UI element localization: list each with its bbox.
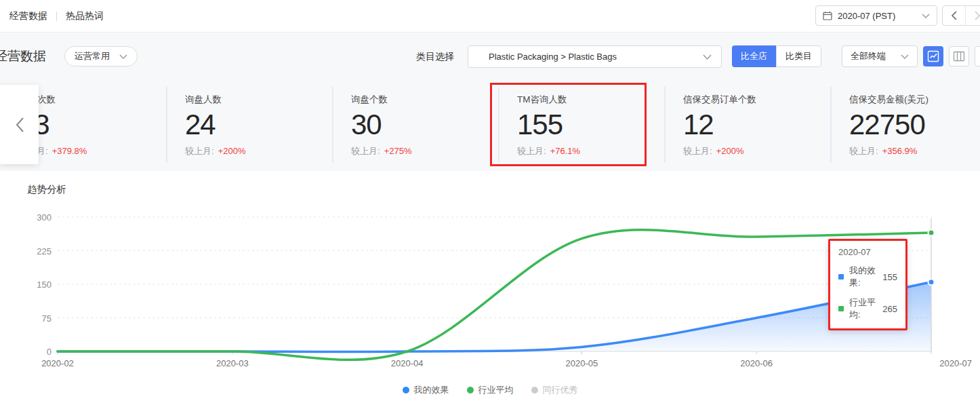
preset-dropdown-value: 运营常用 — [75, 50, 110, 62]
tooltip-row-mine: 我的效果: 155 — [838, 265, 897, 289]
svg-text:150: 150 — [37, 280, 52, 290]
svg-text:0: 0 — [47, 347, 52, 357]
chart-tooltip: 2020-07 我的效果: 155 行业平均: 265 — [828, 239, 907, 330]
legend-item-industry[interactable]: 行业平均 — [467, 384, 514, 396]
metric-value: 24 — [185, 110, 332, 140]
compare-segmented-control: 比全店 比类目 — [732, 45, 821, 67]
metric-change: 较上月:+200% — [185, 145, 332, 157]
chevron-down-icon — [119, 54, 127, 59]
filters-toolbar: 经营数据 运营常用 类目选择 Plastic Packaging > Plast… — [0, 33, 980, 80]
metric-card-trade-amount[interactable]: 信保交易金额(美元) 22750 较上月:+356.9% — [830, 80, 980, 171]
metric-value: 22750 — [849, 110, 980, 140]
chevron-left-icon — [951, 11, 957, 20]
date-picker[interactable]: 2020-07 (PST) — [815, 5, 937, 26]
prev-month-button[interactable] — [943, 6, 966, 25]
compare-controls: 比全店 比类目 全部终端 — [732, 45, 980, 67]
category-label: 类目选择 — [416, 51, 454, 63]
metric-change: 较上月:+275% — [351, 145, 498, 157]
chevron-right-icon — [975, 11, 980, 20]
series-marker — [838, 306, 844, 311]
metric-label: 信保交易金额(美元) — [849, 94, 980, 106]
metric-change: 较上月:+200% — [683, 145, 830, 157]
svg-text:2020-02: 2020-02 — [41, 358, 74, 368]
tab-hot-keywords[interactable]: 热品热词 — [66, 10, 104, 22]
calendar-icon — [823, 11, 832, 20]
tab-divider — [56, 12, 57, 21]
chart-legend: 我的效果 行业平均 同行优秀 — [0, 384, 980, 396]
metric-change: 较上月:+76.1% — [517, 145, 664, 157]
metric-value: 155 — [517, 110, 664, 140]
dashboard-page: 经营数据 热品热词 2020-07 (PST) 经营数据 运营常用 类目选择 — [0, 0, 980, 403]
svg-text:2020-03: 2020-03 — [216, 358, 249, 368]
chevron-down-icon — [901, 54, 909, 59]
trend-section: 趋势分析 0751502253002020-022020-032020-0420… — [0, 171, 980, 403]
metric-cards-row: 点击次数 23 较上月:+379.8% 询盘人数 24 较上月:+200% 询盘… — [0, 80, 980, 171]
category-group: 类目选择 Plastic Packaging > Plastic Bags — [416, 45, 722, 68]
category-select-value: Plastic Packaging > Plastic Bags — [489, 52, 703, 62]
metric-card-inquiry-people[interactable]: 询盘人数 24 较上月:+200% — [166, 80, 332, 171]
legend-dot — [531, 387, 538, 394]
category-select[interactable]: Plastic Packaging > Plastic Bags — [468, 45, 722, 68]
top-bar: 经营数据 热品热词 2020-07 (PST) — [0, 0, 980, 33]
line-chart-view-button[interactable] — [923, 46, 943, 66]
cards-prev-button[interactable] — [0, 85, 39, 164]
svg-text:75: 75 — [42, 313, 52, 324]
metric-card-tm-consult[interactable]: TM咨询人数 155 较上月:+76.1% — [498, 80, 664, 171]
legend-item-mine[interactable]: 我的效果 — [403, 384, 449, 396]
svg-text:2020-07: 2020-07 — [939, 358, 972, 368]
month-nav — [942, 5, 980, 26]
preset-dropdown[interactable]: 运营常用 — [64, 46, 138, 66]
svg-text:2020-04: 2020-04 — [391, 358, 424, 368]
metric-label: 询盘个数 — [351, 94, 498, 106]
svg-text:300: 300 — [37, 212, 52, 223]
next-month-button[interactable] — [966, 6, 980, 25]
metric-card-inquiry-count[interactable]: 询盘个数 30 较上月:+275% — [332, 80, 498, 171]
metric-value: 30 — [351, 110, 498, 140]
legend-item-peer-excellent[interactable]: 同行优秀 — [531, 384, 578, 396]
metric-change: 较上月:+356.9% — [849, 145, 980, 157]
chevron-down-icon — [703, 54, 712, 60]
terminal-select-value: 全部终端 — [851, 50, 901, 62]
table-view-icon — [953, 50, 965, 62]
metric-value: 12 — [683, 110, 830, 140]
legend-dot — [467, 387, 474, 394]
section-title: 经营数据 — [0, 47, 46, 65]
metric-label: 询盘人数 — [185, 94, 332, 106]
chevron-left-icon — [15, 117, 24, 133]
metric-label: 点击次数 — [19, 94, 166, 106]
legend-dot — [403, 387, 409, 394]
metric-label: TM咨询人数 — [517, 94, 664, 106]
metric-value: 23 — [19, 110, 166, 140]
tooltip-title: 2020-07 — [838, 247, 897, 257]
compare-category-button[interactable]: 比类目 — [776, 45, 821, 67]
series-marker — [838, 274, 844, 280]
svg-text:2020-05: 2020-05 — [566, 358, 598, 368]
chevron-down-icon — [922, 14, 930, 18]
metric-label: 信保交易订单个数 — [683, 94, 830, 106]
svg-text:2020-06: 2020-06 — [740, 358, 773, 368]
terminal-select[interactable]: 全部终端 — [842, 45, 918, 67]
svg-text:225: 225 — [37, 246, 52, 256]
metric-change: 较上月:+379.8% — [19, 145, 166, 157]
table-view-button[interactable] — [949, 46, 969, 66]
date-picker-value: 2020-07 (PST) — [838, 11, 922, 21]
extra-view-button[interactable] — [975, 46, 980, 66]
top-tabs: 经营数据 热品热词 — [9, 0, 104, 33]
tab-business-data[interactable]: 经营数据 — [9, 10, 47, 22]
compare-store-button[interactable]: 比全店 — [732, 45, 776, 67]
tooltip-row-industry: 行业平均: 265 — [838, 296, 897, 321]
metric-card-trade-orders[interactable]: 信保交易订单个数 12 较上月:+200% — [664, 80, 830, 171]
line-chart-icon — [927, 50, 939, 62]
